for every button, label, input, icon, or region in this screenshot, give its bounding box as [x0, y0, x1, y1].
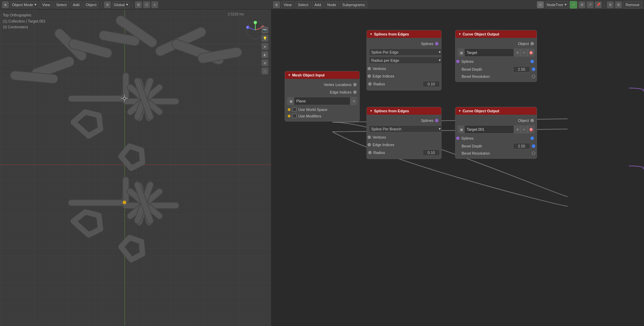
radius-1-socket	[368, 82, 372, 86]
mesh-object-field[interactable]: ▣ Plane ✕	[287, 97, 357, 105]
vertices-1-input: Vertices	[367, 65, 441, 72]
splines-input-1-label: Splines	[461, 59, 530, 63]
viewport-overlay: Top Orthographic (1) Collection | Target…	[3, 12, 46, 30]
radius-per-edge-dropdown[interactable]: Radius per Edge ▾	[369, 57, 441, 64]
subprograms-btn[interactable]: Subprograms	[340, 1, 367, 8]
splines-1-output-socket	[435, 42, 438, 45]
node-editor-type-icon[interactable]: ⊙	[537, 1, 544, 8]
bevel-depth-1-value[interactable]: 2.55	[513, 66, 530, 72]
svg-rect-13	[10, 71, 58, 84]
svg-rect-27	[123, 202, 179, 209]
target001-close-btn[interactable]: ✕	[514, 126, 521, 133]
view-btn[interactable]: View	[281, 1, 294, 8]
viewport-panel: ◈ Object Mode ▾ View Select Add Object ⊕…	[0, 0, 271, 326]
world-space-socket	[288, 108, 290, 111]
vertices-1-socket	[368, 67, 371, 70]
proportional-icon[interactable]: ⊙	[143, 1, 150, 8]
svg-marker-34	[73, 112, 101, 136]
transform-space-dropdown[interactable]: Global▾	[112, 1, 130, 8]
collapse-triangle[interactable]: ▼	[288, 73, 291, 77]
spline-per-branch-dropdown[interactable]: Spline Per Branch ▾	[369, 125, 441, 132]
overlay-node-icon[interactable]: ⊕	[607, 1, 614, 8]
splines-2-body: Splines Spline Per Branch ▾ Vertices	[367, 115, 441, 159]
transform-icon[interactable]: ⊕	[104, 1, 111, 8]
radius-1-value[interactable]: 0.10	[423, 81, 440, 87]
view-menu[interactable]: View	[40, 1, 53, 8]
mode-dropdown[interactable]: Object Mode ▾	[10, 1, 38, 8]
spline-per-edge-label: Spline Per Edge	[371, 50, 399, 54]
svg-rect-9	[114, 14, 159, 49]
nodetree-dropdown[interactable]: NodeTree▾	[545, 1, 569, 8]
splines-2-title: Splines from Edges	[374, 109, 409, 113]
world-space-checkbox[interactable]	[292, 107, 297, 112]
overlay-icon[interactable]: ⊕	[261, 59, 268, 66]
snap-node-icon[interactable]: ⊞	[615, 1, 622, 8]
splines-1-input: Splines	[455, 58, 537, 65]
svg-rect-20	[135, 77, 153, 122]
add-btn[interactable]: Add	[312, 1, 324, 8]
svg-point-38	[123, 97, 126, 100]
edge-indices-socket	[353, 90, 357, 94]
target-pick-btn[interactable]: 🎯	[527, 49, 534, 56]
select-menu[interactable]: Select	[54, 1, 69, 8]
camera-icon[interactable]: 📷	[261, 27, 268, 33]
vertices-2-input: Vertices	[367, 133, 441, 141]
sep-3	[604, 2, 604, 8]
remove-btn[interactable]: Remove	[623, 1, 642, 8]
add-menu[interactable]: Add	[71, 1, 82, 8]
svg-rect-22	[133, 77, 154, 121]
collapse-triangle-3[interactable]: ▼	[458, 32, 461, 36]
plane-icon: ▣	[287, 97, 294, 105]
radius-2-socket	[368, 151, 372, 154]
falloff-icon[interactable]: ∧	[151, 1, 158, 8]
radius-2-label: Radius	[373, 151, 423, 155]
node-btn[interactable]: Node	[325, 1, 339, 8]
collapse-triangle-2[interactable]: ▼	[370, 109, 373, 113]
use-modifiers-checkbox[interactable]	[292, 114, 297, 118]
pin-icon[interactable]: 📌	[595, 1, 602, 8]
shield-icon[interactable]: ✓	[570, 1, 577, 9]
node-editor-icon[interactable]: ◈	[273, 1, 280, 8]
svg-marker-37	[121, 238, 143, 260]
target-add-btn[interactable]: +	[521, 49, 527, 56]
external-icon[interactable]: ↗	[587, 1, 594, 8]
svg-rect-10	[154, 26, 208, 58]
select-btn[interactable]: Select	[296, 1, 311, 8]
blender-icon[interactable]: ◈	[2, 1, 9, 8]
target-close-btn[interactable]: ✕	[514, 49, 521, 56]
object-menu[interactable]: Object	[83, 1, 99, 8]
xray-icon[interactable]: □	[261, 68, 268, 74]
object-1-output-socket	[530, 42, 534, 45]
render-mode-icon[interactable]: ●	[261, 43, 268, 50]
target001-pick-btn[interactable]: 🎯	[527, 126, 534, 133]
shading-icon[interactable]: ◐	[261, 51, 268, 58]
collapse-triangle-4[interactable]: ▼	[458, 109, 461, 113]
save-icon[interactable]: ⊞	[579, 1, 585, 8]
svg-rect-31	[135, 182, 153, 226]
radius-2-value[interactable]: 0.10	[423, 150, 440, 156]
svg-rect-21	[135, 77, 153, 122]
target-object-field[interactable]: ▣ Target ✕ + 🎯	[458, 48, 535, 57]
target001-add-btn[interactable]: +	[521, 126, 527, 133]
bevel-depth-2-value[interactable]: 2.55	[513, 143, 530, 149]
curve-output-1-title: Curve Object Output	[463, 32, 499, 36]
spline-per-branch-label: Spline Per Branch	[371, 127, 402, 131]
svg-rect-15	[68, 96, 124, 102]
bevel-res-2-socket	[532, 152, 535, 155]
light-icon[interactable]: 💡	[261, 35, 268, 42]
separator-2	[132, 2, 133, 8]
target001-object-field[interactable]: ▣ Target.001 ✕ + 🎯	[458, 125, 535, 133]
svg-rect-12	[197, 47, 243, 64]
collapse-triangle-1[interactable]: ▼	[370, 32, 373, 36]
object-2-output-socket	[530, 119, 534, 122]
svg-text:Z: Z	[254, 22, 256, 24]
bevel-res-2-label: Bevel Resolution	[457, 151, 530, 155]
plane-close-btn[interactable]: ✕	[350, 97, 357, 105]
use-modifiers-label: Use Modifiers	[298, 114, 321, 118]
splines-2-output-label: Splines	[370, 118, 433, 123]
modifiers-socket	[288, 115, 290, 117]
vertex-locations-label: Vertex Locations	[288, 83, 351, 87]
spline-per-edge-dropdown[interactable]: Spline Per Edge ▾	[369, 48, 441, 56]
snap-icon[interactable]: ⊞	[135, 1, 142, 8]
render-timer: 2.5218 ms	[228, 12, 244, 16]
